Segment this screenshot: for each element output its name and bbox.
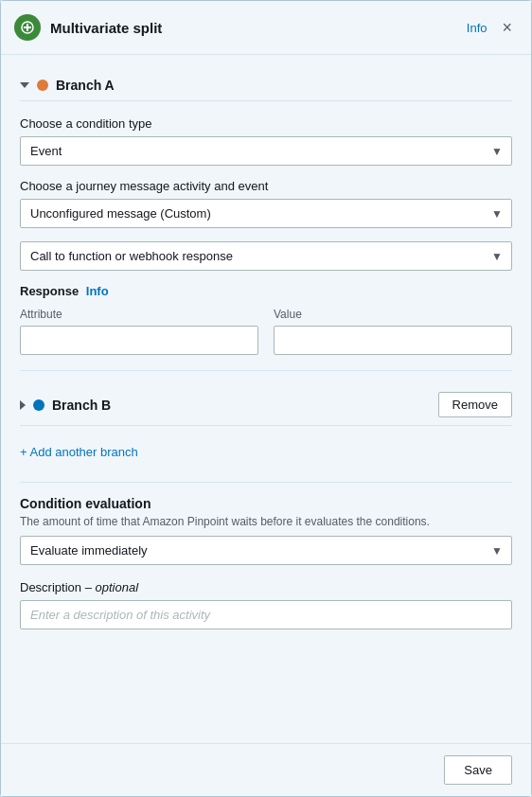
condition-type-select[interactable]: Event Segment Attribute (20, 136, 512, 166)
header-info-link[interactable]: Info (467, 21, 488, 35)
branch-b-chevron-right-icon (20, 400, 26, 410)
value-input[interactable] (274, 326, 512, 355)
branch-a-dot (37, 80, 48, 91)
description-label: Description – optional (20, 580, 512, 594)
value-col: Value (274, 308, 512, 355)
branch-a-toggle[interactable] (20, 82, 29, 88)
webhook-select[interactable]: Call to function or webhook response (20, 241, 512, 271)
modal-title: Multivariate split (50, 20, 459, 36)
branch-b-label: Branch B (52, 398, 111, 413)
divider-1 (20, 370, 512, 371)
branch-a-section: Branch A Choose a condition type Event S… (20, 70, 512, 355)
condition-evaluation-section: Condition evaluation The amount of time … (20, 496, 512, 565)
branch-b-toggle[interactable] (20, 400, 26, 410)
journey-message-group: Choose a journey message activity and ev… (20, 179, 512, 228)
branch-a-header: Branch A (20, 70, 512, 101)
close-button[interactable]: × (498, 16, 516, 40)
condition-evaluation-select-wrapper: Evaluate immediately Wait for a period W… (20, 536, 512, 565)
journey-message-select[interactable]: Unconfigured message (Custom) (20, 199, 512, 228)
attribute-col: Attribute (20, 308, 258, 355)
webhook-select-wrapper: Call to function or webhook response ▼ (20, 241, 512, 271)
description-optional-label: optional (96, 580, 139, 594)
modal-header: Multivariate split Info × (1, 1, 531, 55)
condition-type-label: Choose a condition type (20, 116, 512, 131)
branch-b-dot (33, 399, 44, 411)
branch-a-label: Branch A (56, 78, 115, 93)
condition-type-select-wrapper: Event Segment Attribute ▼ (20, 136, 512, 166)
condition-type-group: Choose a condition type Event Segment At… (20, 116, 512, 166)
attribute-label: Attribute (20, 308, 258, 321)
attribute-value-row: Attribute Value (20, 308, 512, 355)
save-button[interactable]: Save (444, 755, 512, 785)
add-branch-link[interactable]: + Add another branch (20, 445, 138, 459)
branch-a-chevron-down-icon (20, 82, 29, 88)
value-label: Value (274, 308, 512, 321)
condition-evaluation-description: The amount of time that Amazon Pinpoint … (20, 515, 512, 528)
condition-evaluation-select[interactable]: Evaluate immediately Wait for a period W… (20, 536, 512, 565)
remove-button[interactable]: Remove (438, 392, 512, 417)
webhook-group: Call to function or webhook response ▼ (20, 241, 512, 271)
journey-message-select-wrapper: Unconfigured message (Custom) ▼ (20, 199, 512, 228)
description-input[interactable] (20, 600, 512, 629)
header-icon (14, 14, 41, 41)
description-section: Description – optional (20, 580, 512, 629)
branch-b-header: Branch B Remove (20, 384, 512, 426)
response-info-link[interactable]: Info (86, 284, 109, 298)
response-label: Response Info (20, 284, 512, 298)
modal-footer: Save (1, 743, 531, 796)
journey-message-label: Choose a journey message activity and ev… (20, 179, 512, 193)
modal-container: Multivariate split Info × Branch A Choos… (0, 0, 532, 797)
attribute-input[interactable] (20, 326, 258, 355)
divider-2 (20, 482, 512, 483)
branch-b-section: Branch B Remove (20, 384, 512, 426)
modal-body: Branch A Choose a condition type Event S… (1, 55, 531, 743)
condition-evaluation-title: Condition evaluation (20, 496, 512, 511)
response-section: Response Info Attribute Value (20, 284, 512, 355)
